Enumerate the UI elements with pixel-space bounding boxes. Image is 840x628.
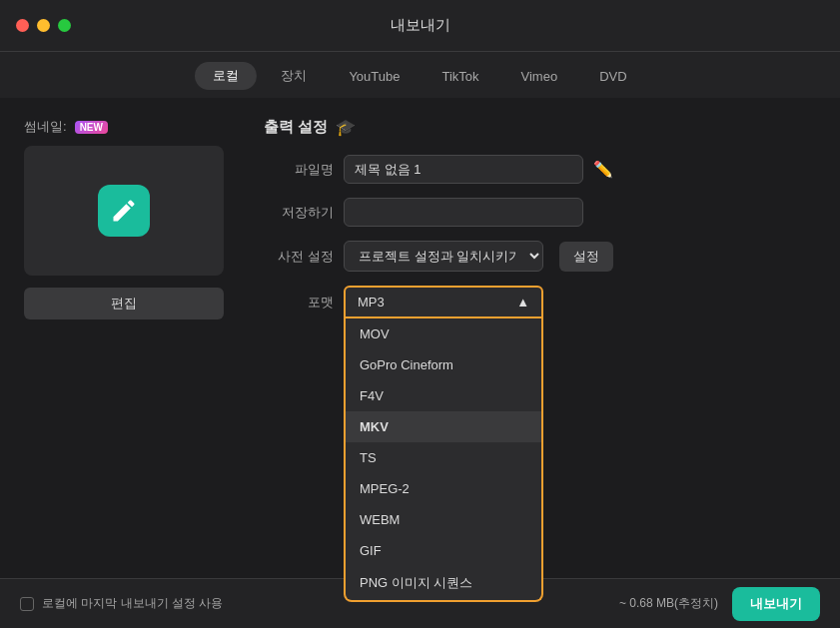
filename-input[interactable] [344,155,583,184]
format-option-mov[interactable]: MOV [346,318,541,349]
maximize-button[interactable] [58,19,71,32]
save-row: 저장하기 [264,198,816,227]
format-wrapper: MP3 ▲ MOV GoPro Cineform F4V MKV TS MPEG… [344,286,543,318]
tab-device[interactable]: 장치 [263,62,325,90]
filename-label: 파일명 [264,161,334,179]
tab-dvd[interactable]: DVD [581,64,644,89]
format-option-gopro[interactable]: GoPro Cineform [346,349,541,380]
thumbnail-label: 썸네일: NEW [24,118,244,136]
format-dropdown-button[interactable]: MP3 ▲ [344,286,543,318]
file-size-label: ~ 0.68 MB(추정치) [619,595,718,612]
format-option-mkv[interactable]: MKV [346,411,541,442]
preset-row: 사전 설정 프로젝트 설정과 일치시키기 설정 [264,241,816,272]
format-option-mpeg2[interactable]: MPEG-2 [346,473,541,504]
main-content: 썸네일: NEW 편집 출력 설정 🎓 파일명 ✏️ 저장하기 [0,98,840,580]
save-label: 저장하기 [264,204,334,222]
new-badge: NEW [75,121,108,134]
format-row: 포맷 MP3 ▲ MOV GoPro Cineform F4V MKV TS M… [264,286,816,318]
minimize-button[interactable] [37,19,50,32]
thumbnail-icon [98,185,150,237]
right-panel: 출력 설정 🎓 파일명 ✏️ 저장하기 사전 설정 프로젝트 설정과 일치시키기… [264,118,816,560]
left-panel: 썸네일: NEW 편집 [24,118,244,560]
filename-row: 파일명 ✏️ [264,155,816,184]
tabs-bar: 로컬 장치 YouTube TikTok Vimeo DVD [0,52,840,98]
edit-button[interactable]: 편집 [24,288,224,319]
preset-label: 사전 설정 [264,248,334,266]
last-settings-checkbox[interactable] [20,597,34,611]
edit-icon [110,197,138,225]
tab-vimeo[interactable]: Vimeo [503,64,576,89]
tab-local[interactable]: 로컬 [195,62,257,90]
format-option-gif[interactable]: GIF [346,535,541,566]
section-title: 출력 설정 🎓 [264,118,816,137]
format-option-png[interactable]: PNG 이미지 시퀀스 [346,566,541,600]
save-path-input[interactable] [344,198,583,227]
format-selected-label: MP3 [358,295,385,310]
bottom-right: ~ 0.68 MB(추정치) 내보내기 [619,587,820,621]
bottom-left: 로컬에 마지막 내보내기 설정 사용 [20,595,223,612]
tab-youtube[interactable]: YouTube [331,64,418,89]
format-label: 포맷 [264,294,334,312]
format-option-ts[interactable]: TS [346,442,541,473]
titlebar: 내보내기 [0,0,840,52]
format-option-webm[interactable]: WEBM [346,504,541,535]
last-settings-label: 로컬에 마지막 내보내기 설정 사용 [42,595,223,612]
chevron-up-icon: ▲ [516,295,529,310]
export-button[interactable]: 내보내기 [732,587,820,621]
thumbnail-box [24,146,224,276]
format-dropdown-list: MOV GoPro Cineform F4V MKV TS MPEG-2 WEB… [344,318,543,602]
tab-tiktok[interactable]: TikTok [423,64,496,89]
format-option-f4v[interactable]: F4V [346,380,541,411]
settings-icon: 🎓 [336,118,356,137]
preset-select[interactable]: 프로젝트 설정과 일치시키기 [344,241,543,272]
preset-button[interactable]: 설정 [559,242,613,272]
traffic-lights [16,19,71,32]
ai-icon: ✏️ [593,160,613,179]
close-button[interactable] [16,19,29,32]
window-title: 내보내기 [391,16,450,35]
